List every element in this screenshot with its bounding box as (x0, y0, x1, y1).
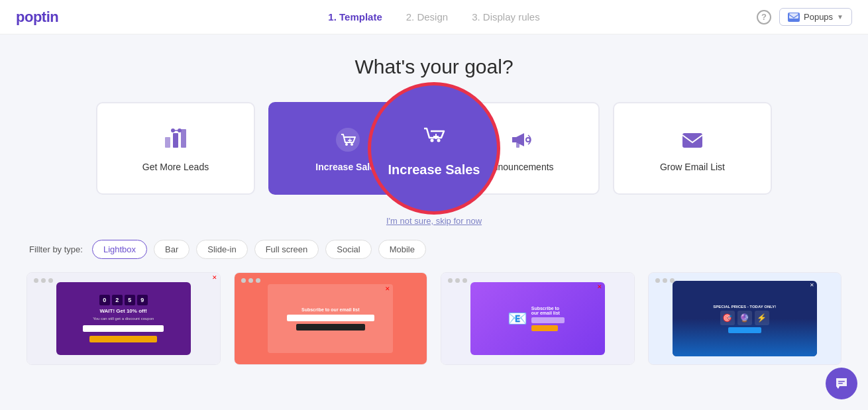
filter-lightbox[interactable]: Lightbox (92, 240, 147, 259)
logo: poptin (16, 9, 58, 26)
dot-2 (455, 278, 460, 283)
svg-rect-12 (516, 142, 519, 148)
dot-1 (34, 278, 38, 283)
product-2: 🔮 (737, 311, 752, 325)
tpl3-input (531, 317, 565, 323)
announcements-label: Announcements (486, 162, 553, 172)
increase-sales-label: Increase Sales (315, 162, 380, 172)
dot-1 (655, 278, 660, 283)
chat-bubble[interactable] (826, 368, 857, 399)
page-title: What's your goal? (27, 56, 841, 78)
svg-rect-14 (682, 133, 702, 148)
close-icon-1: ✕ (212, 274, 217, 281)
dot-3 (670, 278, 675, 283)
tpl1-input (83, 325, 164, 332)
popups-button[interactable]: Popups ▼ (779, 8, 852, 26)
dot-3 (462, 278, 467, 283)
svg-point-15 (431, 139, 434, 142)
header-right: ? Popups ▼ (757, 8, 852, 26)
dot-2 (41, 278, 46, 283)
goal-card-announcements[interactable]: Announcements (441, 102, 600, 195)
email-icon (677, 125, 708, 155)
tpl2-btn (296, 324, 365, 331)
skip-link-container: I'm not sure, skip for now (27, 215, 841, 227)
nav-steps: 1. Template 2. Design 3. Display rules (328, 11, 539, 23)
tpl3-right: Subscribe to our email list (531, 306, 568, 331)
dot-1 (448, 278, 453, 283)
window-dots-1 (34, 278, 53, 283)
svg-point-8 (345, 143, 348, 146)
filter-bar: Fillter by type: Lightbox Bar Slide-in F… (27, 240, 841, 259)
tpl1-sub: You can still get a discount coupon (93, 317, 154, 321)
svg-rect-3 (181, 129, 186, 148)
dot-1 (241, 278, 246, 283)
window-dots-2 (241, 278, 260, 283)
tpl3-title: Subscribe to our email list (531, 306, 568, 315)
logo-text: poptin (16, 9, 58, 25)
product-3: ⚡ (755, 311, 769, 325)
svg-point-16 (437, 139, 441, 142)
envelope-icon: 📧 (508, 309, 527, 328)
tpl4-products: 🎯 🔮 ⚡ (720, 311, 769, 325)
tpl2-title: Subscribe to our email list (301, 307, 360, 312)
tpl1-btn (89, 336, 157, 342)
close-icon-3: ✕ (597, 283, 602, 290)
goal-card-grow-email-list[interactable]: Grow Email List (613, 102, 772, 195)
timer-1: 0 2 5 9 (99, 295, 148, 305)
leads-icon (160, 125, 191, 155)
dot-2 (248, 278, 253, 283)
dot-3 (48, 278, 53, 283)
close-icon-2: ✕ (385, 285, 390, 292)
tpl4-title: SPECIAL PRICES - TODAY ONLY! (713, 305, 776, 309)
main-content: What's your goal? Get More Leads (0, 34, 868, 378)
window-dots-4 (655, 278, 675, 283)
svg-point-9 (351, 143, 353, 146)
filter-bar[interactable]: Bar (154, 240, 190, 259)
help-button[interactable]: ? (757, 10, 771, 25)
get-more-leads-label: Get More Leads (142, 162, 209, 172)
dot-2 (663, 278, 667, 283)
svg-rect-1 (165, 137, 170, 148)
grow-email-list-label: Grow Email List (660, 162, 725, 172)
tpl1-title: WAIT! Get 10% off! (99, 308, 147, 314)
template-card-4[interactable]: SPECIAL PRICES - TODAY ONLY! 🎯 🔮 ⚡ ✕ (648, 272, 842, 365)
goal-cards-container: Get More Leads Increase Sales (27, 102, 841, 195)
dot-3 (256, 278, 260, 283)
template-card-3[interactable]: ✕ 📧 Subscribe to our email list (441, 272, 635, 365)
template-card-1[interactable]: ✕ 0 2 5 9 WAIT! Get 10% off! You can sti… (27, 272, 221, 365)
megaphone-icon (505, 125, 535, 155)
goal-card-get-more-leads[interactable]: Get More Leads (96, 102, 255, 195)
tpl2-input (287, 315, 374, 321)
filter-mobile[interactable]: Mobile (378, 240, 426, 259)
header: poptin 1. Template 2. Design 3. Display … (0, 0, 868, 34)
svg-point-13 (526, 138, 530, 142)
tpl4-btn (728, 327, 761, 333)
step-display-rules[interactable]: 3. Display rules (472, 11, 540, 23)
tpl3-btn (531, 325, 558, 331)
inbox-icon (788, 13, 800, 22)
popups-label: Popups (804, 12, 833, 22)
template-card-2[interactable]: ✕ Subscribe to our email list (234, 272, 428, 365)
filter-social[interactable]: Social (325, 240, 371, 259)
product-1: 🎯 (720, 311, 735, 325)
template-grid: ✕ 0 2 5 9 WAIT! Get 10% off! You can sti… (27, 272, 841, 365)
chevron-down-icon: ▼ (837, 13, 843, 21)
window-dots-3 (448, 278, 467, 283)
goal-card-increase-sales[interactable]: Increase Sales (268, 102, 427, 195)
filter-label: Fillter by type: (29, 244, 83, 254)
close-icon-4: ✕ (810, 282, 814, 288)
svg-rect-19 (838, 381, 845, 382)
filter-slide-in[interactable]: Slide-in (196, 240, 247, 259)
svg-point-7 (336, 128, 360, 152)
skip-link[interactable]: I'm not sure, skip for now (386, 216, 482, 226)
cart-icon (333, 125, 363, 155)
step-design[interactable]: 2. Design (406, 11, 448, 23)
step-template[interactable]: 1. Template (328, 11, 382, 23)
svg-rect-2 (173, 133, 178, 148)
svg-rect-20 (838, 383, 843, 384)
filter-full-screen[interactable]: Full screen (254, 240, 319, 259)
